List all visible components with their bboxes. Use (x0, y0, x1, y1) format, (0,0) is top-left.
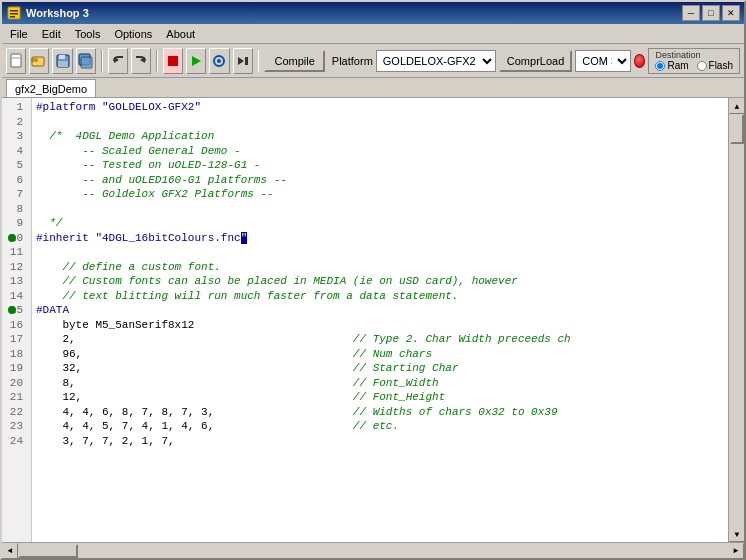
line-number-3: 3 (6, 129, 27, 144)
line-numbers: 123456789101112131415161718192021222324 (2, 98, 32, 542)
tab-bar: gfx2_BigDemo (2, 78, 744, 98)
code-line-2 (36, 115, 724, 130)
code-line-12: // define a custom font. (36, 260, 724, 275)
code-line-5: -- Tested on uOLED-128-G1 - (36, 158, 724, 173)
code-line-6: -- and uOLED160-G1 platforms -- (36, 173, 724, 188)
window-controls: ─ □ ✕ (682, 5, 740, 21)
line-number-16: 16 (6, 318, 27, 333)
toolbar: Compile Platform GOLDELOX-GFX2 ComprLoad… (2, 44, 744, 78)
svg-rect-15 (168, 56, 178, 66)
line-number-1: 1 (6, 100, 27, 115)
scroll-right-button[interactable]: ► (728, 543, 744, 559)
step-button[interactable] (233, 48, 253, 74)
flash-label: Flash (709, 60, 733, 71)
close-button[interactable]: ✕ (722, 5, 740, 21)
code-line-24: 3, 7, 7, 2, 1, 7, (36, 434, 724, 449)
line-number-4: 4 (6, 144, 27, 159)
toolbar-separator-3 (258, 50, 260, 72)
line-number-8: 8 (6, 202, 27, 217)
open-button[interactable] (29, 48, 49, 74)
new-button[interactable] (6, 48, 26, 74)
debug-button[interactable] (209, 48, 229, 74)
save-button[interactable] (52, 48, 72, 74)
vertical-scrollbar[interactable]: ▲ ▼ (728, 98, 744, 542)
scroll-thumb-v[interactable] (730, 114, 744, 144)
menu-options[interactable]: Options (108, 25, 158, 43)
svg-rect-20 (245, 57, 248, 65)
code-line-4: -- Scaled General Demo - (36, 144, 724, 159)
svg-rect-10 (58, 61, 68, 67)
tab-gfx2bigdemo[interactable]: gfx2_BigDemo (6, 79, 96, 97)
ram-label: Ram (667, 60, 688, 71)
svg-rect-12 (81, 57, 92, 68)
menu-about[interactable]: About (160, 25, 201, 43)
code-container: 123456789101112131415161718192021222324 … (2, 98, 744, 558)
maximize-button[interactable]: □ (702, 5, 720, 21)
line-number-11: 11 (6, 245, 27, 260)
svg-marker-16 (192, 56, 201, 66)
scroll-up-button[interactable]: ▲ (729, 98, 744, 114)
code-line-8 (36, 202, 724, 217)
run-button[interactable] (186, 48, 206, 74)
toolbar-separator-2 (156, 50, 158, 72)
window-title: Workshop 3 (26, 7, 89, 19)
ram-option[interactable]: Ram (655, 60, 688, 71)
line-number-13: 13 (6, 274, 27, 289)
menu-tools[interactable]: Tools (69, 25, 107, 43)
code-line-11 (36, 245, 724, 260)
svg-rect-7 (32, 59, 37, 61)
code-editor[interactable]: #platform "GOLDELOX-GFX2" /* 4DGL Demo A… (32, 98, 728, 542)
undo-button[interactable] (108, 48, 128, 74)
scroll-track-v[interactable] (729, 114, 744, 526)
line-number-7: 7 (6, 187, 27, 202)
code-line-9: */ (36, 216, 724, 231)
line-number-24: 24 (6, 434, 27, 449)
menu-edit[interactable]: Edit (36, 25, 67, 43)
redo-button[interactable] (131, 48, 151, 74)
line-number-9: 9 (6, 216, 27, 231)
svg-marker-19 (238, 57, 244, 65)
code-line-14: // text blitting will run much faster fr… (36, 289, 724, 304)
toolbar-separator-1 (101, 50, 103, 72)
minimize-button[interactable]: ─ (682, 5, 700, 21)
code-line-19: 32, // Starting Char (36, 361, 724, 376)
svg-point-18 (217, 59, 221, 63)
stop-button[interactable] (163, 48, 183, 74)
code-line-1: #platform "GOLDELOX-GFX2" (36, 100, 724, 115)
connection-indicator (634, 54, 645, 68)
line-number-19: 19 (6, 361, 27, 376)
title-bar-left: Workshop 3 (6, 5, 89, 21)
svg-rect-2 (10, 13, 18, 15)
code-line-23: 4, 4, 5, 7, 4, 1, 4, 6, // etc. (36, 419, 724, 434)
line-number-6: 6 (6, 173, 27, 188)
code-line-22: 4, 4, 6, 8, 7, 8, 7, 3, // Widths of cha… (36, 405, 724, 420)
scroll-down-button[interactable]: ▼ (729, 526, 744, 542)
code-line-10: #inherit "4DGL_16bitColours.fnc" (36, 231, 724, 246)
scroll-track-h[interactable] (18, 543, 728, 559)
save-all-button[interactable] (76, 48, 96, 74)
line-number-10: 10 (6, 231, 27, 246)
svg-rect-4 (11, 54, 21, 67)
flash-option[interactable]: Flash (697, 60, 733, 71)
platform-label: Platform (332, 55, 373, 67)
line-number-22: 22 (6, 405, 27, 420)
destination-box: Destination Ram Flash (648, 48, 740, 74)
compile-button[interactable]: Compile (264, 50, 324, 72)
platform-dropdown[interactable]: GOLDELOX-GFX2 (376, 50, 496, 72)
app-icon (6, 5, 22, 21)
comprload-button[interactable]: ComprLoad (499, 50, 572, 72)
destination-options: Ram Flash (655, 60, 733, 71)
scroll-thumb-h[interactable] (18, 544, 78, 558)
com-dropdown[interactable]: COM 3 (575, 50, 631, 72)
line-number-15: 15 (6, 303, 27, 318)
breakpoint-marker-10 (8, 234, 16, 242)
title-bar: Workshop 3 ─ □ ✕ (2, 2, 744, 24)
code-line-15: #DATA (36, 303, 724, 318)
code-line-18: 96, // Num chars (36, 347, 724, 362)
code-line-16: byte M5_5anSerif8x12 (36, 318, 724, 333)
horizontal-scrollbar[interactable]: ◄ ► (2, 542, 744, 558)
scroll-left-button[interactable]: ◄ (2, 543, 18, 559)
line-number-18: 18 (6, 347, 27, 362)
line-number-20: 20 (6, 376, 27, 391)
menu-file[interactable]: File (4, 25, 34, 43)
